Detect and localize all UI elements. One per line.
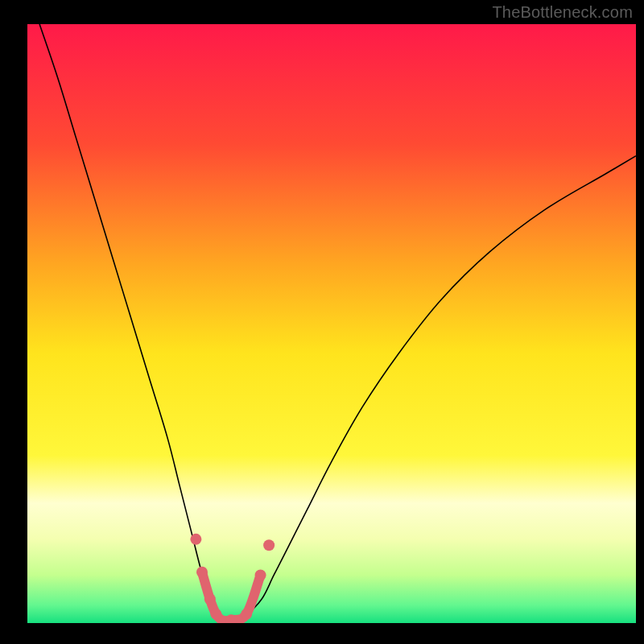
curve-marker xyxy=(255,569,266,580)
curve-marker xyxy=(190,534,201,545)
curve-marker xyxy=(196,567,208,578)
gradient-background xyxy=(27,24,636,623)
curve-marker xyxy=(204,593,216,605)
chart-frame: TheBottleneck.com xyxy=(0,0,644,644)
bottleneck-chart xyxy=(0,0,644,644)
curve-marker xyxy=(263,539,275,551)
curve-marker xyxy=(210,609,221,620)
curve-marker xyxy=(225,614,237,625)
curve-marker xyxy=(241,609,252,620)
